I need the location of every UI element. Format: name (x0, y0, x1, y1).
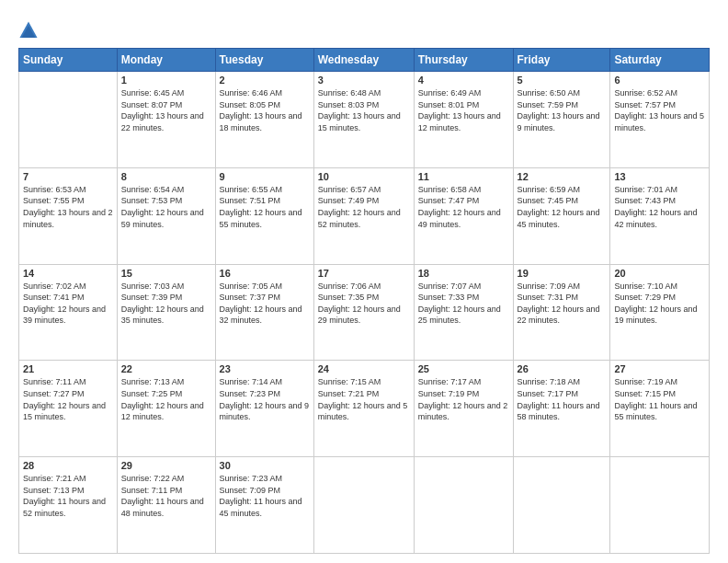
day-header-sunday: Sunday (19, 49, 118, 72)
calendar-cell: 26Sunrise: 7:18 AM Sunset: 7:17 PM Dayli… (513, 361, 610, 457)
cell-day-number: 21 (23, 363, 113, 374)
cell-day-number: 27 (614, 363, 705, 374)
calendar-cell: 23Sunrise: 7:14 AM Sunset: 7:23 PM Dayli… (215, 361, 313, 457)
logo (18, 20, 42, 40)
cell-info: Sunrise: 6:50 AM Sunset: 7:59 PM Dayligh… (518, 87, 607, 133)
cell-info: Sunrise: 6:48 AM Sunset: 8:03 PM Dayligh… (318, 87, 410, 133)
cell-info: Sunrise: 6:58 AM Sunset: 7:47 PM Dayligh… (418, 184, 509, 230)
cell-info: Sunrise: 7:22 AM Sunset: 7:11 PM Dayligh… (121, 473, 211, 519)
cell-info: Sunrise: 7:21 AM Sunset: 7:13 PM Dayligh… (23, 473, 113, 519)
calendar-week-1: 1Sunrise: 6:45 AM Sunset: 8:07 PM Daylig… (19, 72, 710, 168)
cell-day-number: 15 (121, 268, 211, 279)
calendar-cell: 21Sunrise: 7:11 AM Sunset: 7:27 PM Dayli… (19, 361, 118, 457)
calendar-cell: 7Sunrise: 6:53 AM Sunset: 7:55 PM Daylig… (19, 167, 118, 264)
cell-info: Sunrise: 7:11 AM Sunset: 7:27 PM Dayligh… (23, 376, 113, 422)
calendar-cell: 15Sunrise: 7:03 AM Sunset: 7:39 PM Dayli… (117, 264, 215, 361)
cell-day-number: 28 (23, 460, 113, 471)
cell-day-number: 22 (121, 363, 211, 374)
cell-info: Sunrise: 7:19 AM Sunset: 7:15 PM Dayligh… (614, 376, 705, 422)
cell-day-number: 23 (220, 363, 310, 374)
calendar-cell (513, 457, 610, 554)
cell-day-number: 10 (318, 171, 410, 182)
calendar-cell (19, 72, 118, 168)
cell-info: Sunrise: 6:54 AM Sunset: 7:53 PM Dayligh… (121, 184, 211, 230)
day-header-monday: Monday (117, 49, 215, 72)
day-header-friday: Friday (513, 49, 610, 72)
header (18, 17, 710, 40)
cell-day-number: 17 (318, 268, 410, 279)
cell-info: Sunrise: 7:10 AM Sunset: 7:29 PM Dayligh… (614, 281, 705, 327)
calendar-cell: 29Sunrise: 7:22 AM Sunset: 7:11 PM Dayli… (117, 457, 215, 554)
cell-info: Sunrise: 6:59 AM Sunset: 7:45 PM Dayligh… (518, 184, 607, 230)
cell-info: Sunrise: 6:45 AM Sunset: 8:07 PM Dayligh… (121, 87, 211, 133)
cell-info: Sunrise: 6:55 AM Sunset: 7:51 PM Dayligh… (220, 184, 310, 230)
calendar-cell: 6Sunrise: 6:52 AM Sunset: 7:57 PM Daylig… (610, 72, 710, 168)
calendar-cell: 3Sunrise: 6:48 AM Sunset: 8:03 PM Daylig… (313, 72, 414, 168)
cell-info: Sunrise: 6:46 AM Sunset: 8:05 PM Dayligh… (220, 87, 310, 133)
cell-info: Sunrise: 7:17 AM Sunset: 7:19 PM Dayligh… (418, 376, 509, 422)
calendar-cell: 12Sunrise: 6:59 AM Sunset: 7:45 PM Dayli… (513, 167, 610, 264)
cell-info: Sunrise: 7:09 AM Sunset: 7:31 PM Dayligh… (518, 281, 607, 327)
cell-day-number: 30 (220, 460, 310, 471)
cell-day-number: 11 (418, 171, 509, 182)
calendar-cell: 30Sunrise: 7:23 AM Sunset: 7:09 PM Dayli… (215, 457, 313, 554)
cell-info: Sunrise: 7:18 AM Sunset: 7:17 PM Dayligh… (518, 376, 607, 422)
calendar-cell (414, 457, 513, 554)
cell-info: Sunrise: 7:02 AM Sunset: 7:41 PM Dayligh… (23, 281, 113, 327)
calendar-cell: 28Sunrise: 7:21 AM Sunset: 7:13 PM Dayli… (19, 457, 118, 554)
calendar-week-5: 28Sunrise: 7:21 AM Sunset: 7:13 PM Dayli… (19, 457, 710, 554)
day-header-wednesday: Wednesday (313, 49, 414, 72)
cell-day-number: 24 (318, 363, 410, 374)
calendar-header: SundayMondayTuesdayWednesdayThursdayFrid… (19, 49, 710, 72)
cell-info: Sunrise: 6:53 AM Sunset: 7:55 PM Dayligh… (23, 184, 113, 230)
cell-info: Sunrise: 7:23 AM Sunset: 7:09 PM Dayligh… (220, 473, 310, 519)
cell-day-number: 2 (220, 75, 310, 86)
cell-day-number: 7 (23, 171, 113, 182)
calendar-cell: 16Sunrise: 7:05 AM Sunset: 7:37 PM Dayli… (215, 264, 313, 361)
cell-info: Sunrise: 6:49 AM Sunset: 8:01 PM Dayligh… (418, 87, 509, 133)
calendar-cell: 22Sunrise: 7:13 AM Sunset: 7:25 PM Dayli… (117, 361, 215, 457)
cell-day-number: 19 (518, 268, 607, 279)
cell-day-number: 14 (23, 268, 113, 279)
cell-info: Sunrise: 7:06 AM Sunset: 7:35 PM Dayligh… (318, 281, 410, 327)
cell-info: Sunrise: 6:57 AM Sunset: 7:49 PM Dayligh… (318, 184, 410, 230)
cell-day-number: 25 (418, 363, 509, 374)
cell-day-number: 4 (418, 75, 509, 86)
cell-day-number: 5 (518, 75, 607, 86)
calendar-cell: 9Sunrise: 6:55 AM Sunset: 7:51 PM Daylig… (215, 167, 313, 264)
cell-day-number: 8 (121, 171, 211, 182)
cell-day-number: 1 (121, 75, 211, 86)
calendar-cell: 5Sunrise: 6:50 AM Sunset: 7:59 PM Daylig… (513, 72, 610, 168)
cell-day-number: 29 (121, 460, 211, 471)
calendar-cell: 10Sunrise: 6:57 AM Sunset: 7:49 PM Dayli… (313, 167, 414, 264)
cell-info: Sunrise: 7:15 AM Sunset: 7:21 PM Dayligh… (318, 376, 410, 422)
calendar-week-2: 7Sunrise: 6:53 AM Sunset: 7:55 PM Daylig… (19, 167, 710, 264)
day-header-saturday: Saturday (610, 49, 710, 72)
calendar-cell: 27Sunrise: 7:19 AM Sunset: 7:15 PM Dayli… (610, 361, 710, 457)
cell-info: Sunrise: 6:52 AM Sunset: 7:57 PM Dayligh… (614, 87, 705, 133)
calendar-body: 1Sunrise: 6:45 AM Sunset: 8:07 PM Daylig… (19, 72, 710, 554)
cell-day-number: 20 (614, 268, 705, 279)
calendar-cell: 8Sunrise: 6:54 AM Sunset: 7:53 PM Daylig… (117, 167, 215, 264)
logo-icon (18, 20, 39, 40)
calendar-cell: 25Sunrise: 7:17 AM Sunset: 7:19 PM Dayli… (414, 361, 513, 457)
calendar-cell: 19Sunrise: 7:09 AM Sunset: 7:31 PM Dayli… (513, 264, 610, 361)
cell-day-number: 12 (518, 171, 607, 182)
calendar-cell: 13Sunrise: 7:01 AM Sunset: 7:43 PM Dayli… (610, 167, 710, 264)
calendar-week-3: 14Sunrise: 7:02 AM Sunset: 7:41 PM Dayli… (19, 264, 710, 361)
cell-info: Sunrise: 7:13 AM Sunset: 7:25 PM Dayligh… (121, 376, 211, 422)
page: SundayMondayTuesdayWednesdayThursdayFrid… (0, 0, 728, 563)
days-header-row: SundayMondayTuesdayWednesdayThursdayFrid… (19, 49, 710, 72)
calendar-week-4: 21Sunrise: 7:11 AM Sunset: 7:27 PM Dayli… (19, 361, 710, 457)
cell-day-number: 26 (518, 363, 607, 374)
day-header-tuesday: Tuesday (215, 49, 313, 72)
calendar-cell: 18Sunrise: 7:07 AM Sunset: 7:33 PM Dayli… (414, 264, 513, 361)
calendar-cell (610, 457, 710, 554)
calendar-cell: 20Sunrise: 7:10 AM Sunset: 7:29 PM Dayli… (610, 264, 710, 361)
calendar-cell: 2Sunrise: 6:46 AM Sunset: 8:05 PM Daylig… (215, 72, 313, 168)
cell-day-number: 9 (220, 171, 310, 182)
calendar-cell: 11Sunrise: 6:58 AM Sunset: 7:47 PM Dayli… (414, 167, 513, 264)
cell-day-number: 3 (318, 75, 410, 86)
calendar-cell: 1Sunrise: 6:45 AM Sunset: 8:07 PM Daylig… (117, 72, 215, 168)
calendar-cell: 24Sunrise: 7:15 AM Sunset: 7:21 PM Dayli… (313, 361, 414, 457)
